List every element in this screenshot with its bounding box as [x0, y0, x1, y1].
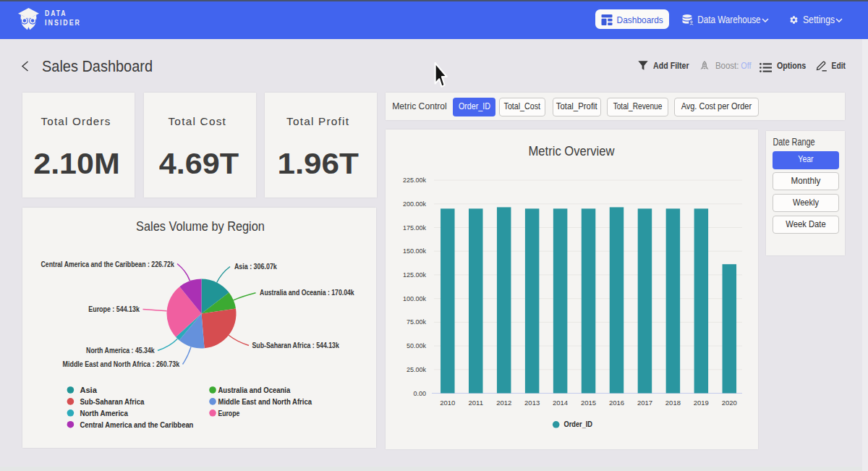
svg-text:175.00k: 175.00k — [403, 224, 427, 232]
svg-text:200.00k: 200.00k — [403, 200, 427, 208]
svg-text:Asia : 306.07k: Asia : 306.07k — [234, 262, 278, 271]
svg-text:Australia and Oceania : 170.04: Australia and Oceania : 170.04k — [260, 288, 354, 297]
svg-text:Metric Overview: Metric Overview — [529, 144, 615, 158]
svg-text:2013: 2013 — [524, 399, 540, 407]
svg-text:Central America and the Caribb: Central America and the Caribbean : 226.… — [41, 260, 175, 268]
svg-text:Boost:: Boost: — [715, 61, 739, 71]
svg-text:50.00k: 50.00k — [407, 342, 427, 349]
svg-text:Total Orders: Total Orders — [41, 115, 111, 127]
svg-text:2019: 2019 — [694, 399, 709, 407]
svg-text:Total Profit: Total Profit — [286, 115, 349, 127]
svg-text:100.00k: 100.00k — [403, 295, 427, 302]
svg-text:Total_Profit: Total_Profit — [556, 101, 597, 111]
svg-text:Asia: Asia — [80, 386, 97, 394]
svg-text:Metric Control: Metric Control — [392, 101, 447, 111]
svg-text:Year: Year — [798, 153, 814, 164]
svg-text:2017: 2017 — [637, 399, 652, 407]
svg-text:1.96T: 1.96T — [277, 147, 359, 180]
svg-text:Middle East and North Africa :: Middle East and North Africa : 260.73k — [63, 360, 180, 368]
svg-text:Sales Dashboard: Sales Dashboard — [42, 58, 153, 75]
svg-text:Sales Volume by Region: Sales Volume by Region — [136, 219, 265, 234]
svg-text:Settings: Settings — [803, 14, 835, 25]
svg-text:Dashboards: Dashboards — [617, 14, 664, 25]
svg-text:2014: 2014 — [553, 399, 568, 407]
svg-text:Options: Options — [777, 61, 806, 71]
svg-text:Weekly: Weekly — [793, 197, 819, 208]
svg-text:150.00k: 150.00k — [403, 247, 427, 255]
svg-text:Week Date: Week Date — [786, 218, 825, 229]
svg-text:Total Cost: Total Cost — [168, 115, 226, 127]
svg-text:0.00: 0.00 — [413, 390, 426, 397]
svg-text:Monthly: Monthly — [791, 175, 821, 186]
svg-text:4.69T: 4.69T — [159, 147, 239, 180]
svg-text:Europe: Europe — [218, 409, 240, 417]
svg-text:Europe : 544.13k: Europe : 544.13k — [88, 305, 140, 313]
svg-text:Date Range: Date Range — [773, 136, 814, 148]
svg-text:Middle East and North Africa: Middle East and North Africa — [218, 397, 312, 406]
svg-text:2010: 2010 — [440, 399, 455, 407]
svg-text:Order_ID: Order_ID — [564, 420, 593, 428]
svg-text:2011: 2011 — [469, 399, 483, 407]
svg-text:Off: Off — [741, 61, 752, 71]
svg-text:2016: 2016 — [609, 399, 624, 407]
svg-text:Order_ID: Order_ID — [459, 101, 490, 111]
svg-text:75.00k: 75.00k — [407, 318, 427, 326]
svg-text:125.00k: 125.00k — [403, 271, 427, 279]
svg-text:DATA: DATA — [45, 9, 67, 17]
svg-text:Avg. Cost per Order: Avg. Cost per Order — [681, 101, 752, 111]
svg-text:2018: 2018 — [665, 399, 681, 407]
svg-text:Total_Revenue: Total_Revenue — [613, 101, 663, 111]
svg-text:North America: North America — [80, 409, 128, 417]
svg-text:INSIDER: INSIDER — [45, 19, 81, 27]
svg-text:Central America and the Caribb: Central America and the Caribbean — [80, 420, 193, 429]
svg-text:North America : 45.34k: North America : 45.34k — [86, 346, 155, 355]
svg-text:Sub-Saharan Africa: Sub-Saharan Africa — [80, 397, 145, 406]
svg-text:Total_Cost: Total_Cost — [504, 101, 541, 111]
svg-text:Edit: Edit — [832, 61, 846, 71]
svg-text:25.00k: 25.00k — [407, 366, 427, 373]
svg-text:Data Warehouse: Data Warehouse — [697, 14, 760, 25]
svg-text:Australia and Oceania: Australia and Oceania — [218, 386, 291, 394]
svg-text:2015: 2015 — [581, 399, 596, 407]
svg-text:2012: 2012 — [496, 399, 511, 407]
svg-text:Sub-Saharan Africa : 544.13k: Sub-Saharan Africa : 544.13k — [252, 341, 340, 349]
svg-text:2.10M: 2.10M — [33, 147, 120, 180]
svg-text:225.00k: 225.00k — [403, 177, 427, 184]
svg-text:2020: 2020 — [722, 399, 737, 407]
svg-text:Add Filter: Add Filter — [653, 61, 689, 71]
